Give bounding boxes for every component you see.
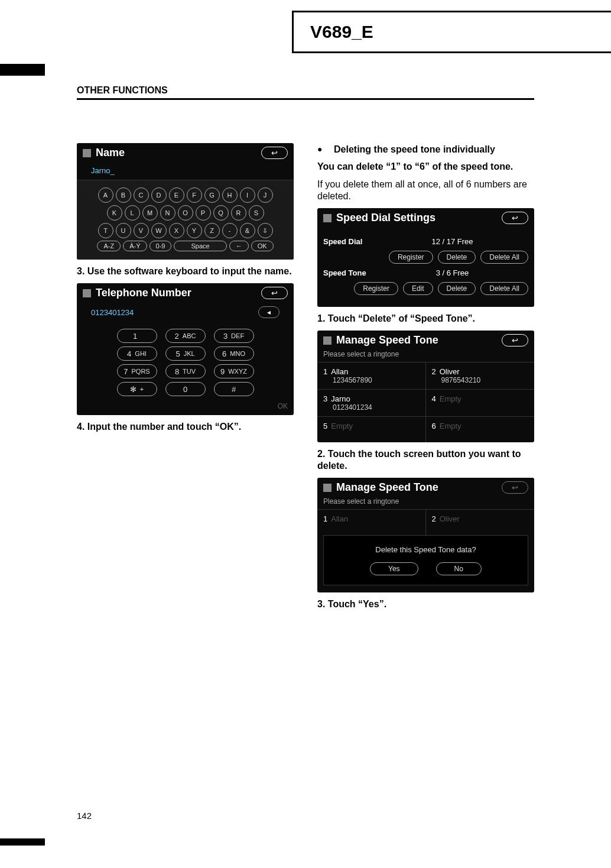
- window-title: Name: [96, 147, 125, 159]
- backspace-button[interactable]: ◂: [258, 306, 280, 318]
- back-button-disabled: ↩: [502, 481, 528, 494]
- confirm-dialog: Delete this Speed Tone data? Yes No: [323, 535, 528, 585]
- delete-button[interactable]: Delete: [438, 282, 476, 295]
- name-input[interactable]: Jarno_: [77, 163, 294, 180]
- key[interactable]: M: [142, 205, 158, 221]
- register-button[interactable]: Register: [354, 282, 398, 295]
- no-button[interactable]: No: [436, 562, 482, 575]
- key[interactable]: C: [134, 187, 149, 203]
- tone-cell-2[interactable]: 2Oliver 9876543210: [426, 362, 535, 389]
- pad-key-9[interactable]: 9WXYZ: [214, 364, 254, 378]
- screenshot-confirm-delete: Manage Speed Tone ↩ Please select a ring…: [317, 478, 534, 592]
- pad-key-7[interactable]: 7PQRS: [117, 364, 157, 378]
- step-2-text: 2. Touch the touch screen button you wan…: [317, 448, 534, 472]
- pad-key-hash[interactable]: #: [214, 382, 254, 396]
- speed-tone-label: Speed Tone: [323, 268, 370, 277]
- page-number: 142: [77, 811, 92, 821]
- key[interactable]: P: [196, 205, 211, 221]
- header-black-block: [0, 64, 45, 76]
- pad-key-6[interactable]: 6MNO: [214, 346, 254, 361]
- doc-title: V689_E: [310, 22, 373, 42]
- key[interactable]: D: [151, 187, 167, 203]
- delete-all-button[interactable]: Delete All: [480, 282, 528, 295]
- key-mode-accent[interactable]: À-Ý: [123, 241, 147, 251]
- pad-key-4[interactable]: 4GHI: [117, 346, 157, 361]
- key[interactable]: R: [231, 205, 246, 221]
- back-button[interactable]: ↩: [502, 212, 528, 224]
- key-ok[interactable]: OK: [251, 241, 274, 251]
- right-column: Deleting the speed tone individually You…: [317, 138, 534, 791]
- register-button[interactable]: Register: [389, 251, 433, 264]
- speed-tone-free: 3 / 6 Free: [436, 268, 469, 277]
- step-4-text: 4. Input the number and touch “OK”.: [77, 421, 294, 433]
- key-backspace[interactable]: ←: [229, 241, 249, 251]
- key[interactable]: Q: [213, 205, 229, 221]
- ok-button[interactable]: OK: [278, 402, 288, 410]
- pad-key-2[interactable]: 2ABC: [165, 329, 206, 343]
- tone-cell-3[interactable]: 3Jarno 0123401234: [317, 389, 426, 416]
- key-mode-09[interactable]: 0-9: [150, 241, 172, 251]
- key[interactable]: W: [151, 223, 167, 238]
- step-3-text: 3. Use the software keyboard to input th…: [77, 265, 294, 277]
- key[interactable]: X: [169, 223, 184, 238]
- key-mode-az[interactable]: A-Z: [97, 241, 121, 251]
- step-1-text: 1. Touch “Delete” of “Speed Tone”.: [317, 313, 534, 325]
- window-title: Speed Dial Settings: [336, 212, 436, 224]
- key[interactable]: J: [258, 187, 273, 203]
- paragraph-2: If you delete them all at once, all of 6…: [317, 179, 534, 202]
- pad-key-0[interactable]: 0: [165, 382, 206, 396]
- phone-input-value[interactable]: 0123401234: [91, 308, 134, 317]
- phone-keypad: 1 2ABC 3DEF 4GHI 5JKL 6MNO 7PQRS 8TUV 9W…: [77, 323, 294, 402]
- ghost-cell-2: 2Oliver: [426, 509, 535, 535]
- key[interactable]: H: [222, 187, 238, 203]
- key[interactable]: S: [249, 205, 264, 221]
- screenshot-telephone-number: Telephone Number ↩ 0123401234 ◂ 1 2ABC 3…: [77, 283, 294, 415]
- pad-key-8[interactable]: 8TUV: [165, 364, 206, 378]
- paragraph-1: You can delete “1” to “6” of the speed t…: [317, 161, 534, 173]
- dialog-message: Delete this Speed Tone data?: [330, 545, 522, 554]
- screenshot-speed-dial-settings: Speed Dial Settings ↩ Speed Dial 12 / 17…: [317, 208, 534, 307]
- bullet-heading: Deleting the speed tone individually: [317, 144, 534, 155]
- tone-cell-1[interactable]: 1Allan 1234567890: [317, 362, 426, 389]
- speed-dial-free: 12 / 17 Free: [431, 237, 473, 246]
- key[interactable]: E: [169, 187, 184, 203]
- pad-key-3[interactable]: 3DEF: [214, 329, 254, 343]
- key[interactable]: Z: [204, 223, 220, 238]
- window-icon: [323, 214, 332, 222]
- key[interactable]: K: [107, 205, 122, 221]
- key[interactable]: F: [187, 187, 202, 203]
- screenshot-manage-speed-tone: Manage Speed Tone ↩ Please select a ring…: [317, 331, 534, 442]
- window-title: Manage Speed Tone: [336, 481, 438, 494]
- key[interactable]: N: [160, 205, 176, 221]
- key[interactable]: V: [134, 223, 149, 238]
- key[interactable]: I: [240, 187, 255, 203]
- back-button[interactable]: ↩: [261, 287, 288, 299]
- key[interactable]: &: [240, 223, 255, 238]
- window-icon: [323, 336, 332, 345]
- key-space[interactable]: Space: [174, 241, 226, 251]
- back-button[interactable]: ↩: [502, 334, 528, 346]
- key[interactable]: L: [125, 205, 140, 221]
- key[interactable]: O: [178, 205, 193, 221]
- pad-key-5[interactable]: 5JKL: [165, 346, 206, 361]
- key[interactable]: G: [204, 187, 220, 203]
- yes-button[interactable]: Yes: [370, 562, 418, 575]
- edit-button[interactable]: Edit: [403, 282, 433, 295]
- delete-button[interactable]: Delete: [438, 251, 476, 264]
- key[interactable]: T: [98, 223, 113, 238]
- pad-key-star[interactable]: ✻+: [117, 382, 157, 396]
- key[interactable]: U: [116, 223, 131, 238]
- delete-all-button[interactable]: Delete All: [480, 251, 528, 264]
- back-button[interactable]: ↩: [261, 147, 288, 159]
- window-title: Telephone Number: [96, 287, 191, 299]
- subtitle: Please select a ringtone: [317, 350, 534, 362]
- ghost-cell-1: 1Allan: [317, 509, 426, 535]
- pad-key-1[interactable]: 1: [117, 329, 157, 343]
- window-icon: [83, 289, 91, 297]
- key[interactable]: A: [98, 187, 113, 203]
- section-heading: OTHER FUNCTIONS: [77, 85, 534, 100]
- key[interactable]: Y: [187, 223, 202, 238]
- key[interactable]: B: [116, 187, 131, 203]
- key-shift-icon[interactable]: ⇩: [258, 223, 273, 238]
- key[interactable]: -: [222, 223, 238, 238]
